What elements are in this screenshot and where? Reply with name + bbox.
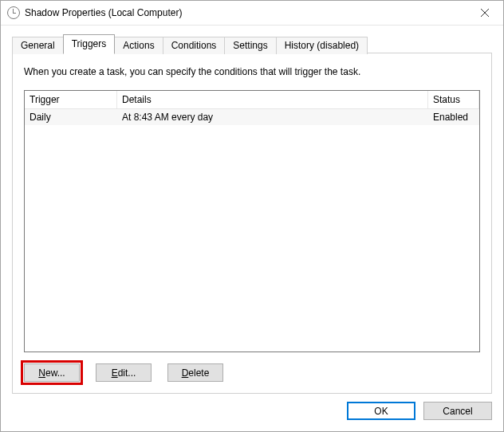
table-row[interactable]: Daily At 8:43 AM every day Enabled xyxy=(25,109,479,125)
tab-label: History (disabled) xyxy=(285,40,359,51)
cell-status: Enabled xyxy=(428,109,479,125)
window-title: Shadow Properties (Local Computer) xyxy=(25,7,467,18)
dialog-footer: OK Cancel xyxy=(1,394,503,431)
tab-conditions[interactable]: Conditions xyxy=(163,37,226,54)
button-label: OK xyxy=(374,406,388,417)
tab-actions[interactable]: Actions xyxy=(114,37,163,54)
page-description: When you create a task, you can specify … xyxy=(24,66,480,77)
cell-details: At 8:43 AM every day xyxy=(117,109,428,125)
tabstrip: General Triggers Actions Conditions Sett… xyxy=(1,26,503,53)
column-header-status[interactable]: Status xyxy=(428,91,479,108)
tab-label: Triggers xyxy=(72,38,107,49)
titlebar: Shadow Properties (Local Computer) xyxy=(1,1,503,26)
tabpage-triggers: When you create a task, you can specify … xyxy=(12,53,492,394)
edit-button[interactable]: Edit... xyxy=(96,363,152,382)
trigger-buttons: New... Edit... Delete xyxy=(24,363,480,382)
tab-general[interactable]: General xyxy=(12,37,64,54)
button-label: New... xyxy=(38,367,65,379)
listview-header: Trigger Details Status xyxy=(25,91,479,109)
new-button[interactable]: New... xyxy=(24,363,80,382)
clock-icon xyxy=(7,6,20,19)
tab-history[interactable]: History (disabled) xyxy=(276,37,368,54)
client-area: General Triggers Actions Conditions Sett… xyxy=(1,26,503,431)
cell-trigger: Daily xyxy=(25,109,117,125)
ok-button[interactable]: OK xyxy=(347,402,415,420)
button-label: Delete xyxy=(182,367,210,379)
delete-button[interactable]: Delete xyxy=(167,363,223,382)
listview-body: Daily At 8:43 AM every day Enabled xyxy=(25,109,479,351)
tab-triggers[interactable]: Triggers xyxy=(63,34,116,53)
dialog-window: Shadow Properties (Local Computer) Gener… xyxy=(0,0,504,432)
tab-label: General xyxy=(21,40,55,51)
column-header-trigger[interactable]: Trigger xyxy=(25,91,117,108)
tab-label: Settings xyxy=(233,40,267,51)
close-button[interactable] xyxy=(467,1,503,25)
cancel-button[interactable]: Cancel xyxy=(423,402,492,420)
tab-label: Conditions xyxy=(171,40,217,51)
tab-settings[interactable]: Settings xyxy=(224,37,276,54)
tab-label: Actions xyxy=(123,40,154,51)
close-icon xyxy=(481,9,489,17)
column-header-details[interactable]: Details xyxy=(117,91,428,108)
trigger-listview[interactable]: Trigger Details Status Daily At 8:43 AM … xyxy=(24,90,480,352)
button-label: Cancel xyxy=(443,406,472,417)
button-label: Edit... xyxy=(112,367,136,379)
